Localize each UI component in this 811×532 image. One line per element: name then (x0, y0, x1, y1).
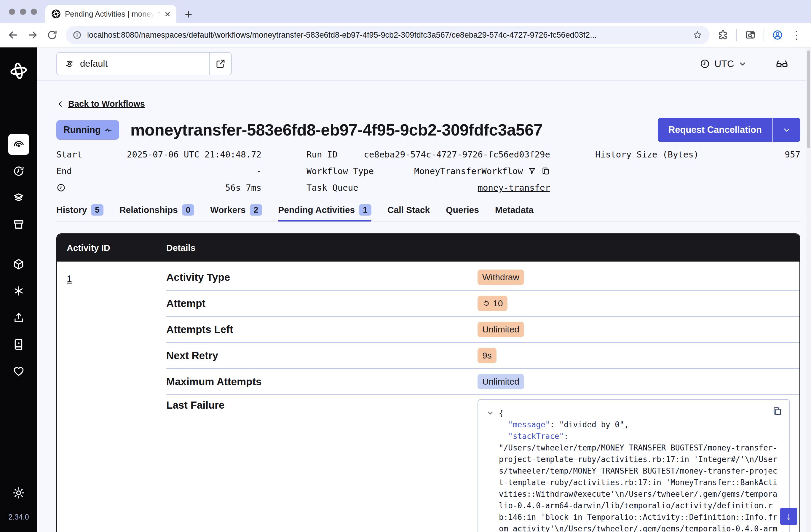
tab-relationships[interactable]: Relationships0 (120, 204, 194, 221)
collapse-chevron-icon[interactable] (486, 409, 494, 417)
tab-queries[interactable]: Queries (446, 204, 479, 221)
tab-count-badge: 5 (91, 204, 104, 216)
retry-icon (482, 299, 491, 307)
sidebar-item-import[interactable] (8, 307, 29, 328)
sidebar-item-nexus[interactable] (8, 280, 29, 301)
reload-icon[interactable] (46, 29, 58, 41)
browser-menu-icon[interactable]: ⋮ (791, 29, 802, 41)
maximum-attempts-badge: Unlimited (477, 374, 524, 389)
task-queue-link[interactable]: money-transfer (478, 183, 550, 193)
workflow-header: Running moneytransfer-583e6fd8-eb97-4f95… (56, 118, 800, 142)
status-badge: Running (56, 120, 119, 140)
book-sparkle-icon (13, 338, 25, 350)
toolbar-divider (764, 29, 764, 41)
heart-icon (13, 365, 25, 377)
browser-window: Pending Activities | moneytra × + localh… (0, 0, 811, 532)
scrollbar-thumb[interactable] (807, 50, 810, 148)
temporal-favicon (51, 9, 61, 19)
main-panel: default UTC (37, 47, 811, 532)
meta-start: Start 2025-07-06 UTC 21:40:48.72 (56, 148, 261, 161)
tab-search-icon[interactable] (745, 29, 756, 41)
external-link-icon (215, 59, 226, 69)
browser-toolbar: localhost:8080/namespaces/default/workfl… (0, 23, 811, 47)
archive-icon (13, 218, 25, 231)
meta-run-id: Run ID ce8eba29-574c-4727-9726-fc56ed03f… (306, 148, 550, 161)
activity-id-link[interactable]: 1 (67, 273, 72, 284)
meta-workflow-type: Workflow Type MoneyTransferWorkflow (306, 165, 550, 178)
activity-type-badge: Withdraw (477, 270, 524, 285)
timezone-label: UTC (714, 58, 734, 70)
window-controls[interactable] (0, 0, 45, 23)
duration-clock-icon (56, 183, 66, 193)
sidebar-item-namespaces[interactable] (8, 254, 29, 275)
request-cancellation-button[interactable]: Request Cancellation (658, 118, 772, 142)
meta-history-size: History Size (Bytes) 957 (595, 148, 800, 161)
app-version: 2.34.0 (8, 513, 29, 521)
browser-tab-strip: Pending Activities | moneytra × + (0, 0, 811, 23)
timezone-selector[interactable]: UTC (700, 58, 747, 70)
tab-history[interactable]: History5 (56, 204, 104, 221)
window-close-button[interactable] (9, 9, 15, 15)
copy-icon[interactable] (541, 167, 550, 176)
profile-icon[interactable] (772, 29, 783, 41)
temporal-logo (9, 61, 29, 81)
layers-icon (13, 192, 25, 204)
back-icon[interactable] (7, 29, 19, 41)
new-tab-button[interactable]: + (185, 8, 193, 21)
workflow-metadata: Start 2025-07-06 UTC 21:40:48.72 End - 5… (56, 148, 800, 194)
window-zoom-button[interactable] (31, 9, 37, 15)
workflow-type-link[interactable]: MoneyTransferWorkflow (414, 166, 523, 176)
filter-icon[interactable] (527, 167, 536, 176)
column-activity-id: Activity ID (57, 243, 166, 253)
tab-workers[interactable]: Workers2 (210, 204, 262, 221)
detail-activity-type: Activity Type Withdraw (166, 264, 800, 291)
forward-icon[interactable] (27, 29, 39, 41)
tab-call-stack[interactable]: Call Stack (387, 204, 430, 221)
namespace-cycle-icon (64, 58, 75, 69)
tab-title-fade (138, 7, 158, 21)
sidebar-item-deployments[interactable] (8, 187, 29, 208)
extensions-icon[interactable] (717, 29, 729, 41)
browser-tab[interactable]: Pending Activities | moneytra × (45, 5, 177, 23)
cancellation-menu-button[interactable] (772, 118, 800, 142)
meta-duration: 56s 7ms (56, 181, 261, 194)
window-minimize-button[interactable] (20, 9, 26, 15)
meta-task-queue: Task Queue money-transfer (306, 181, 550, 194)
back-to-workflows[interactable]: Back to Workflows (56, 99, 800, 109)
failure-json[interactable]: { "message": "divided by 0", "stackTrace… (499, 408, 780, 532)
next-retry-badge: 9s (477, 348, 496, 363)
cube-icon (13, 258, 25, 271)
sidebar-item-schedules[interactable] (8, 161, 29, 182)
sidebar-item-feedback[interactable] (8, 361, 29, 381)
workflow-id-title: moneytransfer-583e6fd8-eb97-4f95-9cb2-30… (131, 120, 542, 139)
detail-last-failure: Last Failure { "message": "divided by 0"… (166, 395, 800, 532)
bookmark-star-icon[interactable] (692, 30, 703, 40)
temporal-app: 2.34.0 default (0, 47, 811, 532)
back-link-label[interactable]: Back to Workflows (68, 99, 145, 109)
page-scrollbar[interactable] (806, 47, 811, 532)
tab-close-icon[interactable]: × (164, 9, 171, 19)
address-bar[interactable]: localhost:8080/namespaces/default/workfl… (66, 26, 709, 44)
tab-metadata[interactable]: Metadata (495, 204, 534, 221)
sidebar-item-workflows[interactable] (8, 134, 29, 155)
chevron-down-icon (782, 125, 792, 135)
labs-glasses-icon[interactable] (776, 57, 789, 70)
detail-attempt: Attempt 10 (166, 291, 800, 317)
meta-end: End - (56, 165, 261, 178)
theme-toggle-sun-icon[interactable] (12, 486, 26, 500)
detail-next-retry: Next Retry 9s (166, 343, 800, 369)
tab-pending-activities[interactable]: Pending Activities1 (278, 204, 371, 221)
attempts-left-badge: Unlimited (477, 322, 524, 337)
scroll-to-bottom-button[interactable]: ↓ (780, 508, 797, 525)
site-info-icon[interactable] (72, 30, 82, 40)
tab-count-badge: 0 (182, 204, 195, 216)
url-text[interactable]: localhost:8080/namespaces/default/workfl… (87, 31, 687, 40)
sidebar-item-archive[interactable] (8, 214, 29, 235)
sidebar-item-docs[interactable] (8, 334, 29, 355)
schedules-clock-icon (13, 165, 25, 177)
namespace-name: default (80, 58, 108, 69)
namespace-open-button[interactable] (209, 53, 231, 75)
namespace-selector[interactable]: default (56, 52, 232, 75)
namespace-topbar: default UTC (37, 47, 811, 81)
heartbeat-icon (104, 126, 112, 134)
